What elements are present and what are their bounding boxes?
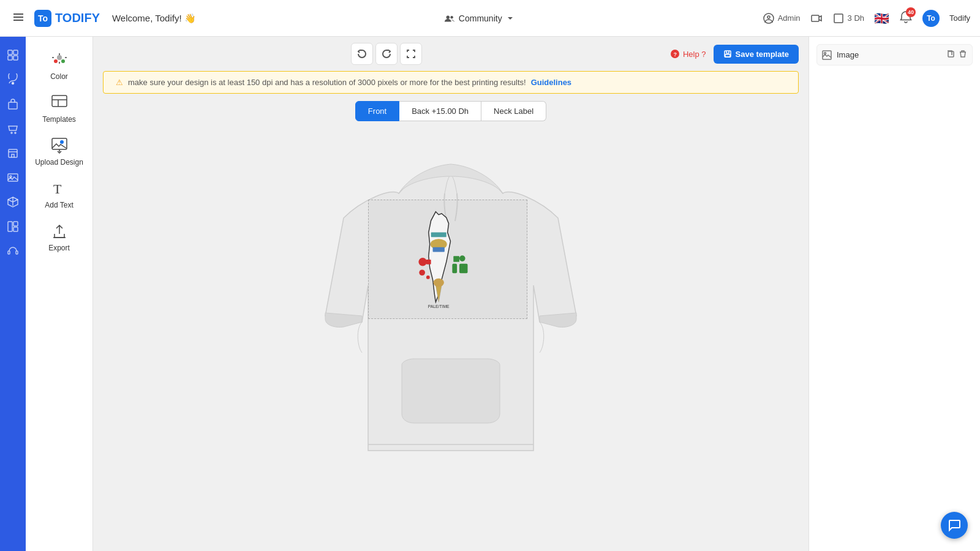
tab-front[interactable]: Front [355, 101, 399, 121]
right-panel-actions [946, 50, 967, 60]
logo-icon: To [34, 10, 51, 27]
svg-rect-19 [8, 222, 12, 231]
help-button[interactable]: ? Help ? [670, 49, 706, 59]
undo-button[interactable] [351, 43, 373, 65]
right-panel-image-item: Image [816, 44, 973, 66]
toolbar-center [351, 43, 422, 65]
community-button[interactable]: Community [437, 9, 522, 28]
sidebar-icon-building[interactable] [2, 142, 24, 164]
sidebar-icon-grid[interactable] [2, 216, 24, 238]
fullscreen-button[interactable] [400, 43, 422, 65]
topnav: To TODIFY Welcome, Todify! 👋 Community A… [0, 0, 980, 37]
left-panel: Color Templates Upload Design T [26, 37, 93, 551]
svg-point-39 [419, 258, 428, 267]
svg-text:PALE/TIME: PALE/TIME [428, 305, 450, 309]
svg-point-12 [12, 83, 14, 84]
svg-rect-44 [453, 264, 458, 273]
svg-rect-23 [16, 251, 18, 254]
svg-point-25 [54, 59, 58, 63]
svg-point-24 [57, 55, 62, 60]
tool-templates[interactable]: Templates [30, 87, 89, 130]
svg-rect-40 [426, 260, 431, 264]
copy-button[interactable] [946, 50, 955, 60]
svg-rect-21 [13, 227, 18, 231]
sidebar-icon-paint[interactable] [2, 69, 24, 91]
svg-rect-6 [812, 15, 819, 21]
svg-point-3 [446, 15, 449, 18]
tool-add-text[interactable]: T Add Text [30, 173, 89, 216]
image-label: Image [837, 50, 941, 59]
tab-bar: Front Back +15.00 Dh Neck Label [93, 101, 809, 121]
svg-point-15 [15, 132, 16, 133]
hoodie-container: PALE/TIME [313, 132, 589, 490]
chat-bubble[interactable] [941, 512, 968, 539]
svg-point-45 [459, 256, 466, 262]
svg-rect-22 [8, 251, 10, 254]
svg-rect-43 [454, 257, 460, 263]
sidebar-icon-store[interactable] [2, 44, 24, 66]
tool-templates-label: Templates [42, 115, 76, 124]
svg-point-48 [434, 279, 444, 287]
save-template-button[interactable]: Save template [714, 45, 799, 64]
svg-rect-20 [13, 222, 18, 226]
svg-rect-30 [52, 138, 67, 149]
svg-point-42 [426, 276, 430, 280]
tool-export[interactable]: Export [30, 216, 89, 258]
sidebar-icon-bag[interactable] [2, 93, 24, 115]
svg-rect-11 [13, 56, 18, 60]
language-flag: 🇬🇧 [874, 11, 889, 26]
left-sidebar [0, 37, 26, 551]
design-svg: PALE/TIME [380, 209, 514, 309]
tool-upload-label: Upload Design [35, 158, 83, 167]
logo-text: TODIFY [55, 11, 100, 25]
notifications[interactable]: 40 [899, 10, 913, 26]
tab-back[interactable]: Back +15.00 Dh [399, 101, 481, 121]
sidebar-icon-headset[interactable] [2, 240, 24, 262]
tool-add-text-label: Add Text [45, 201, 73, 209]
svg-rect-52 [948, 51, 954, 57]
warning-text: make sure your design is at least 150 dp… [128, 78, 526, 87]
tab-neck-label[interactable]: Neck Label [481, 101, 546, 121]
design-overlay: PALE/TIME [368, 200, 527, 319]
warning-banner: ⚠ make sure your design is at least 150 … [103, 71, 799, 94]
svg-text:?: ? [673, 51, 677, 58]
svg-rect-10 [8, 56, 12, 60]
user-avatar: To [922, 10, 940, 27]
svg-rect-9 [13, 50, 18, 54]
svg-point-41 [420, 270, 426, 276]
video-button[interactable] [810, 12, 823, 24]
svg-point-31 [60, 140, 64, 144]
delete-button[interactable] [959, 50, 967, 60]
svg-rect-13 [9, 102, 17, 109]
sidebar-icon-box[interactable] [2, 191, 24, 213]
right-panel: Image [809, 37, 980, 551]
main-area: ? Help ? Save template ⚠ make sure your … [93, 37, 809, 551]
svg-rect-7 [834, 14, 843, 23]
topnav-center: Community [203, 9, 755, 28]
timer-button[interactable]: 3 Dh [832, 12, 864, 24]
admin-button[interactable]: Admin [763, 12, 801, 24]
user-name: Todify [949, 13, 970, 23]
sidebar-icon-image[interactable] [2, 167, 24, 189]
hamburger-button[interactable] [10, 9, 27, 28]
tool-color[interactable]: Color [30, 44, 89, 87]
svg-rect-16 [9, 149, 17, 157]
welcome-text: Welcome, Todify! 👋 [112, 13, 196, 24]
svg-point-14 [11, 132, 12, 133]
svg-rect-46 [459, 264, 468, 273]
tool-color-label: Color [50, 72, 68, 81]
svg-rect-37 [433, 247, 445, 252]
redo-button[interactable] [375, 43, 398, 65]
below-nav: Color Templates Upload Design T [0, 37, 980, 551]
topnav-right: Admin 3 Dh 🇬🇧 40 To Todify [763, 10, 970, 27]
guidelines-link[interactable]: Guidelines [531, 78, 571, 87]
warning-icon: ⚠ [116, 78, 123, 87]
notif-badge: 40 [906, 7, 916, 17]
sidebar-icon-shop[interactable] [2, 118, 24, 140]
svg-rect-38 [431, 233, 447, 238]
svg-rect-8 [8, 50, 12, 54]
tool-upload-design[interactable]: Upload Design [30, 130, 89, 173]
svg-point-26 [61, 59, 65, 63]
svg-point-4 [450, 15, 453, 18]
svg-rect-27 [52, 96, 67, 107]
